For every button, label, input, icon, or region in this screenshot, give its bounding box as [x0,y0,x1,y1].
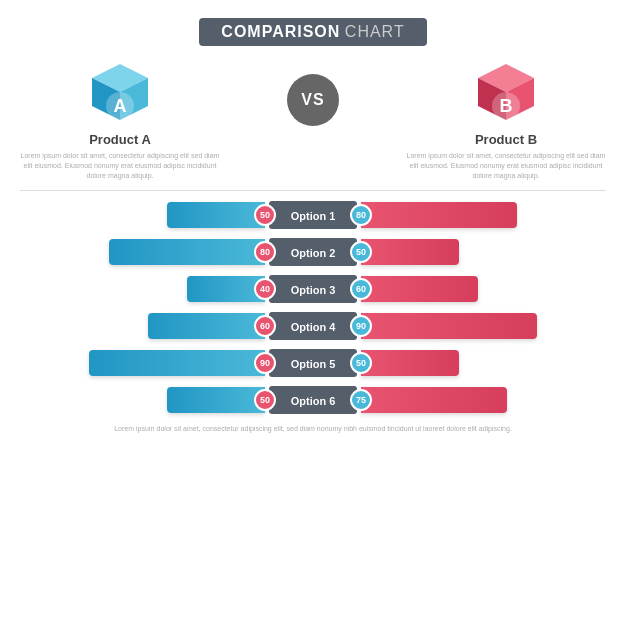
comparison-rows: 50 Option 1 80 80 Option 2 50 40 [20,199,606,416]
option-label-box: Option 4 [269,312,357,340]
title-main: COMPARISON [221,23,340,40]
value-badge-right: 60 [350,278,372,300]
option-label: Option 1 [291,210,336,222]
value-badge-right: 80 [350,204,372,226]
option-label-box: Option 5 [269,349,357,377]
vs-label: VS [301,91,324,109]
bar-left-container: 50 [20,202,269,228]
page: COMPARISON CHART A Product A Lorem ipsum… [0,0,626,626]
value-badge-right: 75 [350,389,372,411]
value-badge-left: 50 [254,204,276,226]
option-label: Option 6 [291,395,336,407]
value-badge-left: 50 [254,389,276,411]
option-label: Option 5 [291,358,336,370]
bar-right: 75 [361,387,507,413]
bar-right-container: 60 [357,276,606,302]
bar-right-container: 50 [357,239,606,265]
bar-right-container: 80 [357,202,606,228]
bar-left-container: 90 [20,350,269,376]
product-a-name: Product A [89,132,151,147]
bar-left-container: 80 [20,239,269,265]
option-label: Option 3 [291,284,336,296]
bar-right: 50 [361,350,459,376]
bar-right: 60 [361,276,478,302]
product-b: B Product B Lorem ipsum dolor sit amet, … [406,60,606,180]
value-badge-left: 80 [254,241,276,263]
value-badge-left: 40 [254,278,276,300]
product-a: A Product A Lorem ipsum dolor sit amet, … [20,60,220,180]
svg-text:A: A [114,96,127,116]
comparison-row: 50 Option 1 80 [20,199,606,231]
product-b-name: Product B [475,132,537,147]
comparison-row: 60 Option 4 90 [20,310,606,342]
bar-right: 90 [361,313,537,339]
value-badge-left: 60 [254,315,276,337]
value-badge-right: 90 [350,315,372,337]
svg-text:B: B [500,96,513,116]
value-badge-right: 50 [350,241,372,263]
comparison-row: 40 Option 3 60 [20,273,606,305]
bar-right-container: 50 [357,350,606,376]
bar-left-container: 60 [20,313,269,339]
option-label-box: Option 1 [269,201,357,229]
cube-a-icon: A [84,60,156,132]
option-label: Option 2 [291,247,336,259]
bar-left: 80 [109,239,265,265]
divider [20,190,606,191]
bar-right: 80 [361,202,517,228]
value-badge-left: 90 [254,352,276,374]
bar-right: 50 [361,239,459,265]
option-label-box: Option 3 [269,275,357,303]
bar-left: 50 [167,387,265,413]
comparison-row: 90 Option 5 50 [20,347,606,379]
bar-right-container: 90 [357,313,606,339]
bar-left-container: 50 [20,387,269,413]
bar-left-container: 40 [20,276,269,302]
option-label: Option 4 [291,321,336,333]
footer-text: Lorem ipsum dolor sit amet, consectetur … [114,424,512,435]
product-b-desc: Lorem ipsum dolor sit amet, consectetur … [406,151,606,180]
bar-left: 50 [167,202,265,228]
title-sub: CHART [345,23,405,40]
product-a-desc: Lorem ipsum dolor sit amet, consectetur … [20,151,220,180]
cube-b-icon: B [470,60,542,132]
vs-circle: VS [287,74,339,126]
bar-left: 90 [89,350,265,376]
title-box: COMPARISON CHART [199,18,426,46]
products-row: A Product A Lorem ipsum dolor sit amet, … [20,60,606,180]
bar-right-container: 75 [357,387,606,413]
option-label-box: Option 6 [269,386,357,414]
option-label-box: Option 2 [269,238,357,266]
comparison-row: 80 Option 2 50 [20,236,606,268]
bar-left: 40 [187,276,265,302]
value-badge-right: 50 [350,352,372,374]
comparison-row: 50 Option 6 75 [20,384,606,416]
bar-left: 60 [148,313,265,339]
